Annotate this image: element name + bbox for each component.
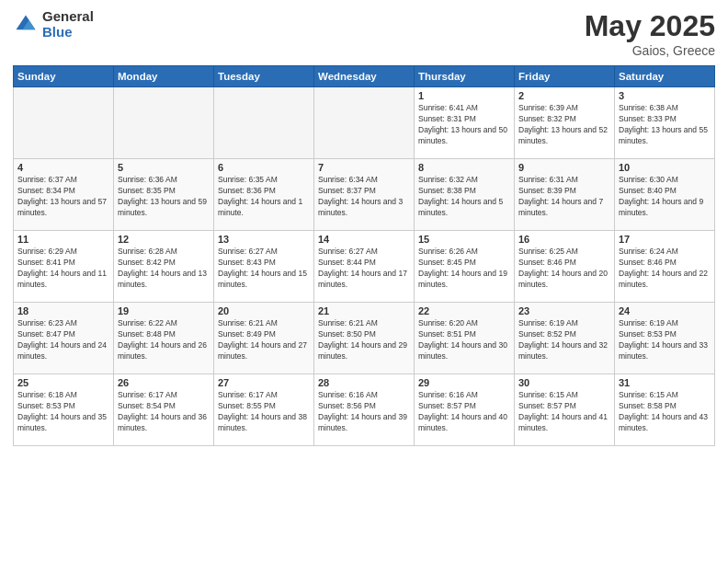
col-friday: Friday <box>515 66 615 87</box>
day-number: 5 <box>118 162 210 173</box>
day-number: 31 <box>619 377 711 388</box>
day-number: 26 <box>118 377 210 388</box>
day-number: 24 <box>619 305 711 316</box>
table-row: 4Sunrise: 6:37 AMSunset: 8:34 PMDaylight… <box>14 159 114 231</box>
calendar-week-row: 4Sunrise: 6:37 AMSunset: 8:34 PMDaylight… <box>14 159 715 231</box>
table-row <box>314 87 415 159</box>
table-row: 23Sunrise: 6:19 AMSunset: 8:52 PMDayligh… <box>515 303 615 374</box>
table-row: 7Sunrise: 6:34 AMSunset: 8:37 PMDaylight… <box>314 159 415 231</box>
table-row <box>14 87 114 159</box>
logo: General Blue <box>13 9 94 40</box>
day-info: Sunrise: 6:27 AMSunset: 8:43 PMDaylight:… <box>218 247 310 291</box>
day-info: Sunrise: 6:29 AMSunset: 8:41 PMDaylight:… <box>17 247 109 291</box>
day-number: 17 <box>619 234 711 245</box>
day-number: 8 <box>418 162 510 173</box>
col-saturday: Saturday <box>615 66 715 87</box>
table-row: 9Sunrise: 6:31 AMSunset: 8:39 PMDaylight… <box>515 159 615 231</box>
day-number: 3 <box>619 90 711 101</box>
table-row: 10Sunrise: 6:30 AMSunset: 8:40 PMDayligh… <box>615 159 715 231</box>
table-row <box>114 87 214 159</box>
day-info: Sunrise: 6:26 AMSunset: 8:45 PMDaylight:… <box>418 247 510 291</box>
table-row: 26Sunrise: 6:17 AMSunset: 8:54 PMDayligh… <box>114 374 214 446</box>
day-info: Sunrise: 6:16 AMSunset: 8:56 PMDaylight:… <box>318 390 410 434</box>
day-info: Sunrise: 6:19 AMSunset: 8:52 PMDaylight:… <box>518 318 610 362</box>
col-monday: Monday <box>114 66 214 87</box>
day-number: 7 <box>318 162 410 173</box>
table-row: 31Sunrise: 6:15 AMSunset: 8:58 PMDayligh… <box>615 374 715 446</box>
table-row: 11Sunrise: 6:29 AMSunset: 8:41 PMDayligh… <box>14 231 114 303</box>
day-number: 12 <box>118 234 210 245</box>
logo-text: General Blue <box>42 9 94 40</box>
calendar-week-row: 11Sunrise: 6:29 AMSunset: 8:41 PMDayligh… <box>14 231 715 303</box>
col-wednesday: Wednesday <box>314 66 415 87</box>
table-row: 2Sunrise: 6:39 AMSunset: 8:32 PMDaylight… <box>515 87 615 159</box>
table-row: 27Sunrise: 6:17 AMSunset: 8:55 PMDayligh… <box>214 374 314 446</box>
day-number: 16 <box>518 234 610 245</box>
day-info: Sunrise: 6:35 AMSunset: 8:36 PMDaylight:… <box>218 175 310 219</box>
day-info: Sunrise: 6:27 AMSunset: 8:44 PMDaylight:… <box>318 247 410 291</box>
calendar-header-row: Sunday Monday Tuesday Wednesday Thursday… <box>14 66 715 87</box>
table-row: 6Sunrise: 6:35 AMSunset: 8:36 PMDaylight… <box>214 159 314 231</box>
day-info: Sunrise: 6:34 AMSunset: 8:37 PMDaylight:… <box>318 175 410 219</box>
table-row <box>214 87 314 159</box>
table-row: 13Sunrise: 6:27 AMSunset: 8:43 PMDayligh… <box>214 231 314 303</box>
table-row: 20Sunrise: 6:21 AMSunset: 8:49 PMDayligh… <box>214 303 314 374</box>
day-info: Sunrise: 6:24 AMSunset: 8:46 PMDaylight:… <box>619 247 711 291</box>
table-row: 16Sunrise: 6:25 AMSunset: 8:46 PMDayligh… <box>515 231 615 303</box>
day-number: 14 <box>318 234 410 245</box>
col-sunday: Sunday <box>14 66 114 87</box>
day-number: 29 <box>418 377 510 388</box>
title-location: Gaios, Greece <box>585 43 715 58</box>
day-info: Sunrise: 6:30 AMSunset: 8:40 PMDaylight:… <box>619 175 711 219</box>
day-info: Sunrise: 6:22 AMSunset: 8:48 PMDaylight:… <box>118 318 210 362</box>
day-number: 2 <box>518 90 610 101</box>
page: General Blue May 2025 Gaios, Greece Sund… <box>0 0 728 563</box>
day-number: 10 <box>619 162 711 173</box>
table-row: 29Sunrise: 6:16 AMSunset: 8:57 PMDayligh… <box>415 374 515 446</box>
day-number: 28 <box>318 377 410 388</box>
col-thursday: Thursday <box>415 66 515 87</box>
table-row: 17Sunrise: 6:24 AMSunset: 8:46 PMDayligh… <box>615 231 715 303</box>
day-info: Sunrise: 6:17 AMSunset: 8:54 PMDaylight:… <box>118 390 210 434</box>
calendar-week-row: 1Sunrise: 6:41 AMSunset: 8:31 PMDaylight… <box>14 87 715 159</box>
title-month: May 2025 <box>585 9 715 43</box>
day-info: Sunrise: 6:28 AMSunset: 8:42 PMDaylight:… <box>118 247 210 291</box>
table-row: 3Sunrise: 6:38 AMSunset: 8:33 PMDaylight… <box>615 87 715 159</box>
day-info: Sunrise: 6:32 AMSunset: 8:38 PMDaylight:… <box>418 175 510 219</box>
day-info: Sunrise: 6:36 AMSunset: 8:35 PMDaylight:… <box>118 175 210 219</box>
day-info: Sunrise: 6:15 AMSunset: 8:58 PMDaylight:… <box>619 390 711 434</box>
day-number: 25 <box>17 377 109 388</box>
table-row: 18Sunrise: 6:23 AMSunset: 8:47 PMDayligh… <box>14 303 114 374</box>
table-row: 24Sunrise: 6:19 AMSunset: 8:53 PMDayligh… <box>615 303 715 374</box>
table-row: 1Sunrise: 6:41 AMSunset: 8:31 PMDaylight… <box>415 87 515 159</box>
table-row: 21Sunrise: 6:21 AMSunset: 8:50 PMDayligh… <box>314 303 415 374</box>
title-block: May 2025 Gaios, Greece <box>585 9 715 58</box>
day-info: Sunrise: 6:21 AMSunset: 8:50 PMDaylight:… <box>318 318 410 362</box>
day-number: 20 <box>218 305 310 316</box>
day-info: Sunrise: 6:41 AMSunset: 8:31 PMDaylight:… <box>418 103 510 147</box>
day-number: 4 <box>17 162 109 173</box>
logo-general: General <box>42 9 94 25</box>
day-number: 9 <box>518 162 610 173</box>
day-info: Sunrise: 6:21 AMSunset: 8:49 PMDaylight:… <box>218 318 310 362</box>
day-info: Sunrise: 6:25 AMSunset: 8:46 PMDaylight:… <box>518 247 610 291</box>
day-number: 19 <box>118 305 210 316</box>
table-row: 28Sunrise: 6:16 AMSunset: 8:56 PMDayligh… <box>314 374 415 446</box>
day-info: Sunrise: 6:23 AMSunset: 8:47 PMDaylight:… <box>17 318 109 362</box>
table-row: 22Sunrise: 6:20 AMSunset: 8:51 PMDayligh… <box>415 303 515 374</box>
logo-blue: Blue <box>42 25 94 40</box>
day-number: 13 <box>218 234 310 245</box>
day-number: 11 <box>17 234 109 245</box>
day-info: Sunrise: 6:20 AMSunset: 8:51 PMDaylight:… <box>418 318 510 362</box>
day-info: Sunrise: 6:31 AMSunset: 8:39 PMDaylight:… <box>518 175 610 219</box>
day-info: Sunrise: 6:15 AMSunset: 8:57 PMDaylight:… <box>518 390 610 434</box>
day-info: Sunrise: 6:18 AMSunset: 8:53 PMDaylight:… <box>17 390 109 434</box>
table-row: 15Sunrise: 6:26 AMSunset: 8:45 PMDayligh… <box>415 231 515 303</box>
header: General Blue May 2025 Gaios, Greece <box>13 9 715 58</box>
table-row: 14Sunrise: 6:27 AMSunset: 8:44 PMDayligh… <box>314 231 415 303</box>
calendar-week-row: 18Sunrise: 6:23 AMSunset: 8:47 PMDayligh… <box>14 303 715 374</box>
day-info: Sunrise: 6:17 AMSunset: 8:55 PMDaylight:… <box>218 390 310 434</box>
day-number: 1 <box>418 90 510 101</box>
day-number: 27 <box>218 377 310 388</box>
calendar-week-row: 25Sunrise: 6:18 AMSunset: 8:53 PMDayligh… <box>14 374 715 446</box>
